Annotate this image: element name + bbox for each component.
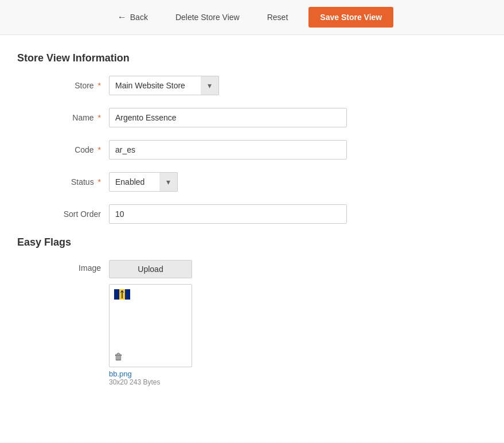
status-select-wrapper: Enabled Disabled ▾ [109,172,178,192]
status-field-row: Status * Enabled Disabled ▾ [17,172,487,192]
name-required: * [98,113,101,122]
store-required: * [98,81,101,90]
save-store-view-button[interactable]: Save Store View [308,7,393,28]
sort-order-input[interactable] [109,204,347,224]
toolbar: ← Back Delete Store View Reset Save Stor… [0,0,504,35]
store-view-section-title: Store View Information [17,52,487,64]
status-label: Status * [40,177,109,186]
image-upload-area: Upload [109,260,192,386]
sort-order-field-row: Sort Order [17,204,487,224]
easy-flags-section: Easy Flags Image Upload [17,236,487,386]
page-content: Store View Information Store * Main Webs… [0,35,504,442]
status-required: * [98,177,101,186]
name-input[interactable] [109,108,347,127]
code-label: Code * [40,145,109,154]
svg-line-2 [120,292,122,293]
file-meta: 30x20 243 Bytes [109,378,192,386]
back-arrow-icon: ← [118,12,127,22]
flag-right-stripe [125,289,130,300]
save-label: Save Store View [320,13,382,22]
image-preview-box: 🗑 [109,284,192,367]
code-required: * [98,145,101,154]
back-label: Back [130,13,148,22]
name-label: Name * [40,113,109,122]
reset-button[interactable]: Reset [260,8,295,26]
flag-middle-stripe [119,289,124,300]
sort-order-label: Sort Order [40,209,109,219]
store-field-row: Store * Main Website Store ▾ [17,76,487,95]
trash-icon: 🗑 [114,352,123,362]
easy-flags-section-title: Easy Flags [17,236,487,248]
store-select[interactable]: Main Website Store [109,76,219,95]
status-select[interactable]: Enabled Disabled [109,172,178,192]
delete-store-view-button[interactable]: Delete Store View [169,8,247,26]
image-field-row: Image Upload [17,260,487,386]
flag-left-stripe [114,289,119,300]
store-label: Store * [40,81,109,90]
delete-image-button[interactable]: 🗑 [114,352,123,362]
svg-line-3 [123,292,124,293]
back-button[interactable]: ← Back [111,7,155,27]
image-label: Image [40,263,109,273]
code-input[interactable] [109,140,347,160]
store-view-section: Store View Information Store * Main Webs… [17,52,487,224]
upload-label: Upload [138,265,163,274]
file-name[interactable]: bb.png [109,370,192,378]
reset-label: Reset [267,13,288,22]
name-field-row: Name * [17,108,487,127]
code-field-row: Code * [17,140,487,160]
flag-preview [114,289,130,300]
delete-label: Delete Store View [175,13,240,22]
store-select-wrapper: Main Website Store ▾ [109,76,219,95]
upload-button[interactable]: Upload [109,260,192,278]
